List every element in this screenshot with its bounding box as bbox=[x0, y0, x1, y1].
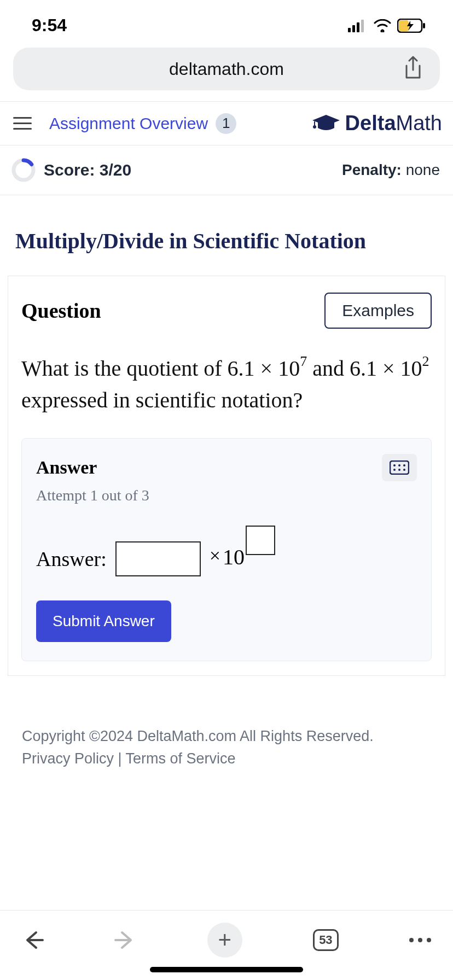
penalty-text: Penalty: none bbox=[342, 161, 440, 179]
battery-charging-icon bbox=[397, 19, 427, 33]
home-indicator[interactable] bbox=[150, 967, 303, 972]
brand-logo[interactable]: DeltaMath bbox=[311, 112, 442, 135]
assignment-count-badge: 1 bbox=[216, 113, 236, 134]
back-button[interactable] bbox=[22, 930, 44, 950]
exponent-input[interactable] bbox=[246, 526, 275, 555]
page-title: Multiply/Divide in Scientific Notation bbox=[0, 195, 453, 276]
score-bar: Score: 3/20 Penalty: none bbox=[0, 145, 453, 195]
browser-chrome: deltamath.com bbox=[0, 41, 453, 101]
share-icon bbox=[403, 56, 423, 80]
menu-button[interactable] bbox=[11, 114, 34, 133]
svg-point-14 bbox=[403, 464, 405, 466]
progress-ring-icon bbox=[11, 158, 36, 183]
svg-point-15 bbox=[393, 469, 396, 471]
plus-icon: + bbox=[207, 923, 242, 958]
new-tab-button[interactable]: + bbox=[207, 923, 242, 958]
svg-rect-11 bbox=[390, 461, 409, 474]
url-text: deltamath.com bbox=[169, 59, 284, 79]
tab-count: 53 bbox=[313, 929, 338, 951]
answer-input-row: Answer: × 10 bbox=[36, 541, 417, 576]
svg-rect-2 bbox=[357, 22, 359, 32]
cellular-icon bbox=[348, 19, 368, 32]
svg-point-16 bbox=[398, 469, 400, 471]
score-text: Score: 3/20 bbox=[44, 161, 131, 179]
answer-prefix: Answer: bbox=[36, 547, 107, 571]
svg-rect-6 bbox=[423, 23, 425, 28]
status-indicators bbox=[348, 19, 427, 33]
question-heading: Question bbox=[21, 299, 101, 323]
svg-rect-5 bbox=[399, 20, 409, 31]
more-icon bbox=[409, 938, 431, 942]
forward-button[interactable] bbox=[114, 930, 136, 950]
share-button[interactable] bbox=[403, 56, 423, 82]
graduation-cap-icon bbox=[311, 114, 341, 133]
address-bar[interactable]: deltamath.com bbox=[13, 48, 440, 90]
more-button[interactable] bbox=[409, 938, 431, 942]
svg-rect-0 bbox=[348, 28, 351, 32]
assignment-overview-link[interactable]: Assignment Overview bbox=[49, 114, 208, 133]
arrow-right-icon bbox=[114, 930, 136, 950]
copyright-text: Copyright ©2024 DeltaMath.com All Rights… bbox=[22, 725, 431, 748]
submit-answer-button[interactable]: Submit Answer bbox=[36, 600, 171, 642]
status-bar: 9:54 bbox=[0, 0, 453, 41]
examples-button[interactable]: Examples bbox=[324, 293, 432, 329]
keypad-button[interactable] bbox=[382, 454, 417, 481]
coefficient-input[interactable] bbox=[115, 541, 201, 576]
answer-block: Answer Attempt 1 out of 3 Answer: × 10 S… bbox=[21, 438, 432, 661]
times-symbol: × bbox=[210, 544, 220, 567]
app-header: Assignment Overview 1 DeltaMath bbox=[0, 101, 453, 145]
wifi-icon bbox=[373, 19, 392, 32]
footer-links[interactable]: Privacy Policy | Terms of Service bbox=[22, 748, 431, 770]
tabs-button[interactable]: 53 bbox=[313, 929, 338, 951]
footer: Copyright ©2024 DeltaMath.com All Rights… bbox=[0, 676, 453, 769]
svg-point-13 bbox=[398, 464, 400, 466]
brand-text: DeltaMath bbox=[345, 112, 442, 135]
question-card: Question Examples What is the quotient o… bbox=[8, 276, 445, 676]
base-ten: 10 bbox=[223, 544, 245, 570]
status-time: 9:54 bbox=[32, 15, 67, 36]
answer-heading: Answer bbox=[36, 457, 97, 478]
arrow-left-icon bbox=[22, 930, 44, 950]
svg-point-12 bbox=[393, 464, 396, 466]
svg-rect-1 bbox=[352, 25, 355, 32]
attempt-text: Attempt 1 out of 3 bbox=[36, 487, 417, 504]
question-text: What is the quotient of 6.1 × 107 and 6.… bbox=[8, 329, 445, 438]
keyboard-icon bbox=[390, 460, 409, 475]
svg-point-17 bbox=[403, 469, 405, 471]
svg-rect-3 bbox=[361, 20, 364, 32]
